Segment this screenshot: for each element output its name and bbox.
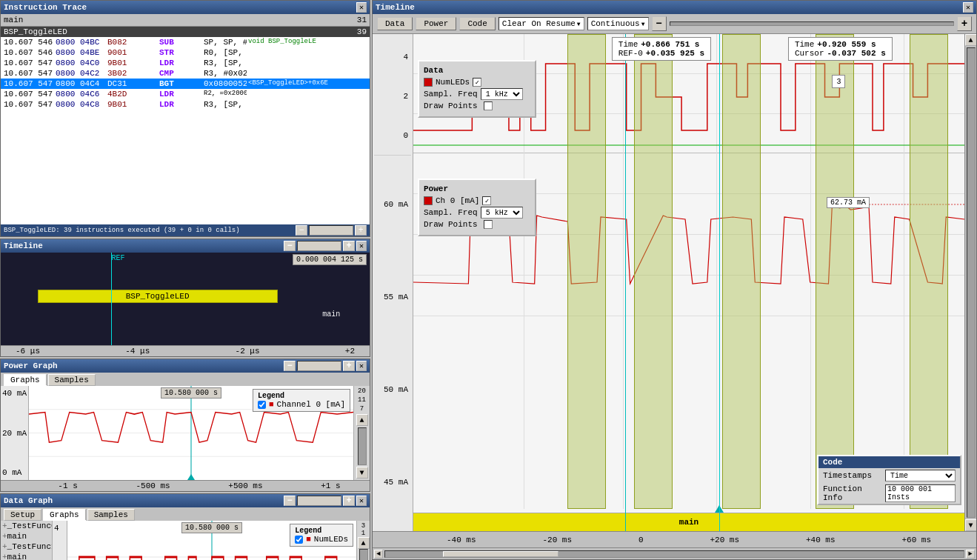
zoom-slider[interactable] [670,21,955,26]
draw-points-row: Draw Points [424,101,530,110]
instruction-trace-title-bar: Instruction Trace ✕ [1,1,370,14]
instruction-trace-close[interactable]: ✕ [356,2,367,13]
data-sidebar-list[interactable]: + _TestFunc0 + main + _TestFunc1 + main … [1,521,53,560]
numleds-checkbox[interactable]: ✓ [473,78,481,87]
scroll-track-h[interactable] [384,550,964,558]
clear-dropdown-arrow: ▼ [577,21,581,27]
code-panel-title: Code [818,456,960,468]
data-graph-title: Data Graph [4,496,53,505]
continuous-dropdown-arrow: ▼ [641,21,645,27]
draw-points-checkbox[interactable] [484,101,493,110]
data-graph-close[interactable]: ✕ [356,496,367,506]
data-button[interactable]: Data [377,17,413,30]
timestamps-select[interactable]: Time [885,470,956,481]
power-sampl-freq-select[interactable]: 5 kHz [481,207,523,219]
main-band: main [413,513,964,531]
power-graph-close[interactable]: ✕ [356,361,367,371]
time-tick-labels: -40 ms -20 ms 0 +20 ms +40 ms +60 ms [413,536,964,544]
numleds-swatch [424,78,433,87]
tab-graphs-data[interactable]: Graphs [43,509,86,521]
zoom-in-btn[interactable]: + [957,16,972,31]
power-chart-container: 40 mA 20 mA 0 mA 10.580 000 s Legend ■ C… [1,386,370,480]
scroll-track-v[interactable] [967,47,976,518]
timeline-title-bar: Timeline ✕ [373,1,976,14]
tab-samples[interactable]: Samples [48,374,96,386]
power-scroll-thumb[interactable] [358,427,367,465]
table-row-active: 10.607 547 000 0800 04C4 DC31 BGT 0x0800… [1,79,370,89]
data-info-panel: Data NumLEDs ✓ Sampl. Freq 1 kHz Draw Po… [418,60,536,118]
timeline-close[interactable]: ✕ [963,2,973,13]
list-item: + _TestFunc0 [1,521,52,531]
tab-graphs[interactable]: Graphs [4,374,47,386]
continuous-dropdown[interactable]: Continuous ▼ [587,17,649,30]
ref-label: REF [111,254,124,262]
timeline-mini-close[interactable]: ✕ [356,241,367,251]
timeline-mini-scroll[interactable] [297,241,341,251]
power-graph-window: Power Graph − + ✕ Graphs Samples 40 mA 2… [0,359,370,492]
scroll-down-arrow[interactable]: ▼ [965,519,977,531]
number-badge: 3 [832,75,845,88]
data-legend: Legend ■ NumLEDs [290,524,353,547]
data-scroll[interactable] [297,496,341,506]
scroll-thumb-h[interactable] [443,551,558,557]
bsp-bar: BSP_ToggleLED [38,290,278,303]
main-label: main [322,310,340,319]
scroll-right-btn[interactable]: ► [966,550,975,559]
ch0-checkbox[interactable]: ✓ [482,196,491,205]
data-zoom-out[interactable]: − [284,496,296,506]
trace-subheader: BSP_ToggleLED 39 [1,27,370,37]
right-scrollbar: ▲ ▼ [964,34,976,531]
table-row: 10.607 547 500 0800 04C8 9B01 LDR R3, [S… [1,99,370,110]
data-scroll-thumb[interactable] [359,549,368,560]
code-button[interactable]: Code [459,17,495,30]
timeline-time-axis: -40 ms -20 ms 0 +20 ms +40 ms +60 ms [373,531,976,547]
list-item: + main [1,531,52,541]
timeline-mini-window: Timeline − + ✕ REF 0.000 004 125 s BSP_T… [0,239,370,357]
tab-samples-data[interactable]: Samples [87,509,135,521]
trace-zoom-out[interactable]: − [296,225,307,236]
timeline-mini-zoom-in[interactable]: + [343,241,355,251]
tab-setup[interactable]: Setup [4,509,41,521]
timeline-chart-wrapper: 4 2 0 60 mA 55 mA 50 mA 45 mA [373,34,976,559]
trace-table[interactable]: 10.607 546 500 0800 04BC B082 SUB SP, SP… [1,37,370,224]
function-info-row: Function Info 10 000 001 Insts [818,483,960,504]
power-legend-checkbox[interactable] [258,401,266,409]
table-row: 10.607 547 000 0800 04C0 9B01 LDR R3, [S… [1,58,370,68]
power-sampl-freq-row: Sampl. Freq 5 kHz [424,207,530,219]
highlight-region-5 [910,34,948,509]
trace-scroll[interactable] [309,225,353,236]
data-graph-title-bar: Data Graph − + ✕ [1,494,370,507]
data-y-labels: 4 2 0 [374,37,411,156]
sampl-freq-row: Sampl. Freq 1 kHz [424,88,530,100]
main-chart-area: Time +0.866 751 s REF-0 +0.035 925 s Tim… [413,34,964,531]
list-item: + _TestFunc1 [1,541,52,552]
power-scroll[interactable] [297,361,341,371]
code-info-panel: Code Timestamps Time Function Info 10 00… [817,455,961,505]
power-zoom-out[interactable]: − [284,361,296,371]
scroll-left-btn[interactable]: ◄ [374,550,383,559]
scroll-up-arrow[interactable]: ▲ [965,34,977,46]
cursor-marker [187,474,195,480]
power-zoom-in[interactable]: + [343,361,355,371]
ref-line-main [625,34,626,531]
data-legend-checkbox[interactable] [295,536,303,544]
data-scroll-up[interactable]: ▲ [358,537,370,549]
power-scroll-up[interactable]: ▲ [356,414,368,426]
power-chart: 10.580 000 s Legend ■ Channel 0 [mA] [29,386,353,480]
highlight-region-1 [567,34,606,509]
list-item: + main [1,552,52,560]
power-draw-points-checkbox[interactable] [484,220,493,229]
highlight-region-3 [722,34,761,509]
timeline-title: Timeline [376,3,415,12]
sampl-freq-select[interactable]: 1 kHz [481,88,523,100]
trace-header: main 31 [1,14,370,27]
power-scroll-down[interactable]: ▼ [356,467,368,479]
trace-zoom-in[interactable]: + [355,225,367,236]
zoom-out-btn[interactable]: − [652,16,667,31]
clear-on-resume-dropdown[interactable]: Clear On Resume ▼ [498,17,584,30]
power-button[interactable]: Power [416,17,456,30]
timeline-mini-zoom-out[interactable]: − [284,241,296,251]
trace-count: 31 [357,16,367,24]
data-zoom-in[interactable]: + [343,496,355,506]
timeline-mini-title: Timeline [4,241,43,250]
